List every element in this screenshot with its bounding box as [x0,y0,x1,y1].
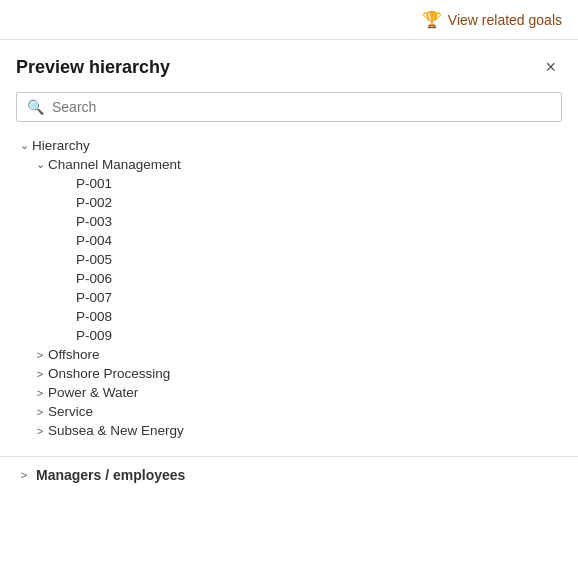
p003-row[interactable]: P-003 [16,212,562,231]
list-item: P-002 [16,193,562,212]
p007-row[interactable]: P-007 [16,288,562,307]
p008-label: P-008 [76,309,112,324]
managers-employees-label: Managers / employees [36,467,185,483]
p005-label: P-005 [76,252,112,267]
p002-row[interactable]: P-002 [16,193,562,212]
chevron-right-icon: > [32,349,48,361]
p004-row[interactable]: P-004 [16,231,562,250]
view-related-goals-label: View related goals [448,12,562,28]
p009-row[interactable]: P-009 [16,326,562,345]
p001-row[interactable]: P-001 [16,174,562,193]
channel-management-label: Channel Management [48,157,181,172]
p002-label: P-002 [76,195,112,210]
channel-management-children: P-001 P-002 P-003 [16,174,562,345]
hierarchy-label: Hierarchy [32,138,90,153]
list-item: P-004 [16,231,562,250]
p004-label: P-004 [76,233,112,248]
bottom-section: > Managers / employees [0,457,578,493]
p005-row[interactable]: P-005 [16,250,562,269]
preview-hierarchy-panel: Preview hierarchy × 🔍 ⌄ Hierarchy ⌄ Chan… [0,40,578,457]
chevron-right-icon: > [32,387,48,399]
tree-item-service: > Service [16,402,562,421]
search-icon: 🔍 [27,99,44,115]
view-related-goals-link[interactable]: 🏆 View related goals [422,10,562,29]
tree-item-hierarchy: ⌄ Hierarchy ⌄ Channel Management P-001 [16,136,562,440]
goals-icon: 🏆 [422,10,442,29]
managers-employees-row[interactable]: > Managers / employees [16,467,562,483]
chevron-right-icon: > [16,469,32,481]
top-bar: 🏆 View related goals [0,0,578,40]
subsea-row[interactable]: > Subsea & New Energy [16,421,562,440]
panel-title: Preview hierarchy [16,57,170,78]
tree-item-channel-management: ⌄ Channel Management P-001 P-002 [16,155,562,345]
p006-label: P-006 [76,271,112,286]
service-label: Service [48,404,93,419]
list-item: P-003 [16,212,562,231]
chevron-right-icon: > [32,425,48,437]
hierarchy-row[interactable]: ⌄ Hierarchy [16,136,562,155]
offshore-label: Offshore [48,347,100,362]
p008-row[interactable]: P-008 [16,307,562,326]
list-item: P-007 [16,288,562,307]
search-box: 🔍 [16,92,562,122]
p006-row[interactable]: P-006 [16,269,562,288]
list-item: P-005 [16,250,562,269]
list-item: P-008 [16,307,562,326]
tree-item-onshore: > Onshore Processing [16,364,562,383]
list-item: P-009 [16,326,562,345]
onshore-label: Onshore Processing [48,366,170,381]
subsea-label: Subsea & New Energy [48,423,184,438]
power-water-row[interactable]: > Power & Water [16,383,562,402]
hierarchy-children: ⌄ Channel Management P-001 P-002 [16,155,562,440]
service-row[interactable]: > Service [16,402,562,421]
onshore-row[interactable]: > Onshore Processing [16,364,562,383]
p003-label: P-003 [76,214,112,229]
chevron-down-icon: ⌄ [16,139,32,152]
chevron-right-icon: > [32,368,48,380]
chevron-down-icon: ⌄ [32,158,48,171]
chevron-right-icon: > [32,406,48,418]
close-button[interactable]: × [539,56,562,78]
list-item: P-001 [16,174,562,193]
offshore-row[interactable]: > Offshore [16,345,562,364]
p009-label: P-009 [76,328,112,343]
search-input[interactable] [52,99,551,115]
p007-label: P-007 [76,290,112,305]
power-water-label: Power & Water [48,385,138,400]
tree-item-power-water: > Power & Water [16,383,562,402]
channel-management-row[interactable]: ⌄ Channel Management [16,155,562,174]
list-item: P-006 [16,269,562,288]
hierarchy-tree: ⌄ Hierarchy ⌄ Channel Management P-001 [16,136,562,440]
tree-item-offshore: > Offshore [16,345,562,364]
panel-header: Preview hierarchy × [16,56,562,78]
p001-label: P-001 [76,176,112,191]
tree-item-subsea: > Subsea & New Energy [16,421,562,440]
